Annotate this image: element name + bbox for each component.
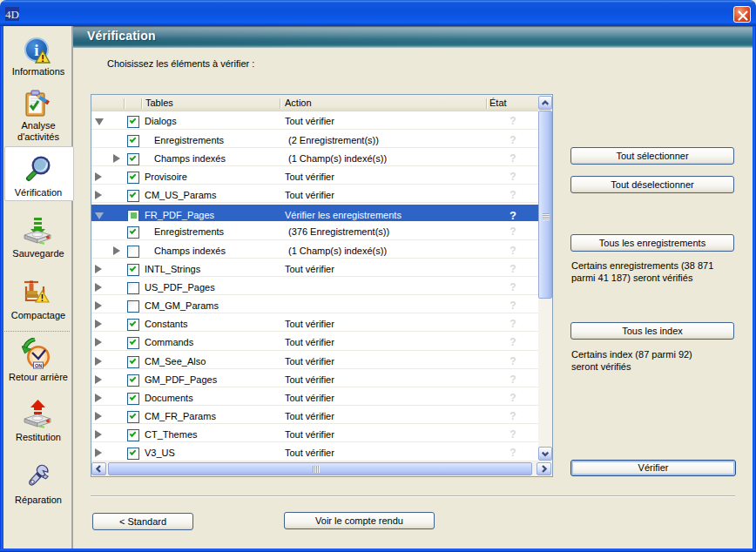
svg-text:4D: 4D <box>5 8 19 21</box>
svg-text:i: i <box>34 41 38 59</box>
svg-text:ON: ON <box>35 363 42 368</box>
svg-text:!: ! <box>41 53 44 64</box>
svg-text:!: ! <box>41 293 44 303</box>
